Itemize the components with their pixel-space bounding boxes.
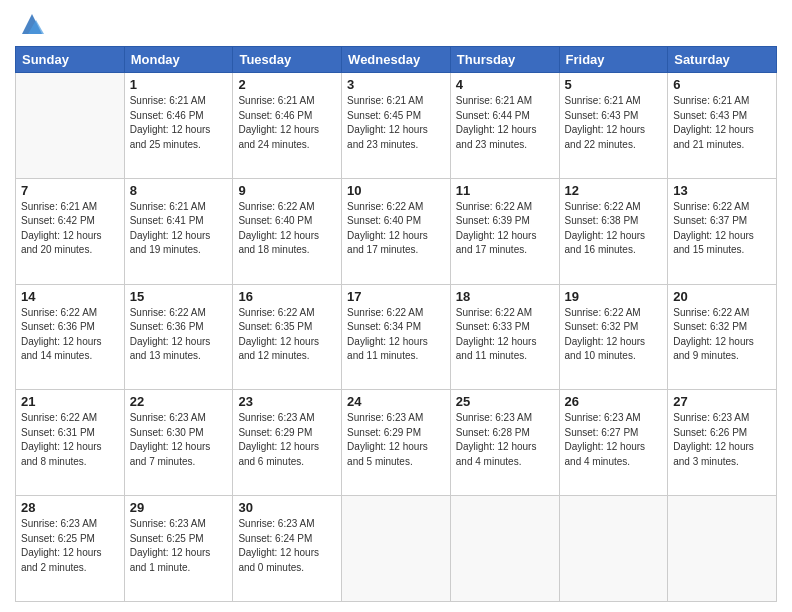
calendar-cell: 28Sunrise: 6:23 AM Sunset: 6:25 PM Dayli…	[16, 496, 125, 602]
day-number: 29	[130, 500, 228, 515]
calendar-cell: 22Sunrise: 6:23 AM Sunset: 6:30 PM Dayli…	[124, 390, 233, 496]
calendar-cell: 3Sunrise: 6:21 AM Sunset: 6:45 PM Daylig…	[342, 73, 451, 179]
day-number: 28	[21, 500, 119, 515]
calendar-cell	[16, 73, 125, 179]
calendar-cell: 8Sunrise: 6:21 AM Sunset: 6:41 PM Daylig…	[124, 178, 233, 284]
day-number: 15	[130, 289, 228, 304]
col-header-monday: Monday	[124, 47, 233, 73]
day-number: 1	[130, 77, 228, 92]
week-row-3: 14Sunrise: 6:22 AM Sunset: 6:36 PM Dayli…	[16, 284, 777, 390]
calendar-cell: 29Sunrise: 6:23 AM Sunset: 6:25 PM Dayli…	[124, 496, 233, 602]
logo	[15, 14, 46, 38]
calendar-cell: 18Sunrise: 6:22 AM Sunset: 6:33 PM Dayli…	[450, 284, 559, 390]
calendar-cell: 30Sunrise: 6:23 AM Sunset: 6:24 PM Dayli…	[233, 496, 342, 602]
calendar-cell	[342, 496, 451, 602]
day-info: Sunrise: 6:22 AM Sunset: 6:40 PM Dayligh…	[347, 200, 445, 258]
week-row-4: 21Sunrise: 6:22 AM Sunset: 6:31 PM Dayli…	[16, 390, 777, 496]
calendar-cell: 16Sunrise: 6:22 AM Sunset: 6:35 PM Dayli…	[233, 284, 342, 390]
day-number: 18	[456, 289, 554, 304]
day-info: Sunrise: 6:23 AM Sunset: 6:24 PM Dayligh…	[238, 517, 336, 575]
day-info: Sunrise: 6:21 AM Sunset: 6:45 PM Dayligh…	[347, 94, 445, 152]
day-number: 8	[130, 183, 228, 198]
day-number: 13	[673, 183, 771, 198]
logo-icon	[18, 10, 46, 38]
calendar-cell: 10Sunrise: 6:22 AM Sunset: 6:40 PM Dayli…	[342, 178, 451, 284]
calendar-cell	[450, 496, 559, 602]
col-header-friday: Friday	[559, 47, 668, 73]
day-info: Sunrise: 6:22 AM Sunset: 6:33 PM Dayligh…	[456, 306, 554, 364]
calendar-cell: 9Sunrise: 6:22 AM Sunset: 6:40 PM Daylig…	[233, 178, 342, 284]
day-number: 4	[456, 77, 554, 92]
calendar-cell: 24Sunrise: 6:23 AM Sunset: 6:29 PM Dayli…	[342, 390, 451, 496]
day-info: Sunrise: 6:21 AM Sunset: 6:43 PM Dayligh…	[673, 94, 771, 152]
week-row-2: 7Sunrise: 6:21 AM Sunset: 6:42 PM Daylig…	[16, 178, 777, 284]
day-number: 19	[565, 289, 663, 304]
day-info: Sunrise: 6:21 AM Sunset: 6:46 PM Dayligh…	[238, 94, 336, 152]
calendar-cell: 4Sunrise: 6:21 AM Sunset: 6:44 PM Daylig…	[450, 73, 559, 179]
day-info: Sunrise: 6:21 AM Sunset: 6:44 PM Dayligh…	[456, 94, 554, 152]
week-row-5: 28Sunrise: 6:23 AM Sunset: 6:25 PM Dayli…	[16, 496, 777, 602]
day-number: 23	[238, 394, 336, 409]
day-number: 27	[673, 394, 771, 409]
day-info: Sunrise: 6:23 AM Sunset: 6:29 PM Dayligh…	[238, 411, 336, 469]
col-header-thursday: Thursday	[450, 47, 559, 73]
calendar-cell	[559, 496, 668, 602]
calendar-cell: 6Sunrise: 6:21 AM Sunset: 6:43 PM Daylig…	[668, 73, 777, 179]
calendar-cell: 2Sunrise: 6:21 AM Sunset: 6:46 PM Daylig…	[233, 73, 342, 179]
calendar-cell: 12Sunrise: 6:22 AM Sunset: 6:38 PM Dayli…	[559, 178, 668, 284]
day-info: Sunrise: 6:22 AM Sunset: 6:39 PM Dayligh…	[456, 200, 554, 258]
day-number: 30	[238, 500, 336, 515]
day-info: Sunrise: 6:21 AM Sunset: 6:41 PM Dayligh…	[130, 200, 228, 258]
day-info: Sunrise: 6:21 AM Sunset: 6:42 PM Dayligh…	[21, 200, 119, 258]
calendar-cell: 25Sunrise: 6:23 AM Sunset: 6:28 PM Dayli…	[450, 390, 559, 496]
day-number: 6	[673, 77, 771, 92]
day-number: 21	[21, 394, 119, 409]
calendar-cell: 14Sunrise: 6:22 AM Sunset: 6:36 PM Dayli…	[16, 284, 125, 390]
day-number: 26	[565, 394, 663, 409]
calendar-cell: 15Sunrise: 6:22 AM Sunset: 6:36 PM Dayli…	[124, 284, 233, 390]
calendar-cell: 19Sunrise: 6:22 AM Sunset: 6:32 PM Dayli…	[559, 284, 668, 390]
day-number: 14	[21, 289, 119, 304]
day-number: 3	[347, 77, 445, 92]
day-info: Sunrise: 6:22 AM Sunset: 6:31 PM Dayligh…	[21, 411, 119, 469]
day-number: 10	[347, 183, 445, 198]
page: SundayMondayTuesdayWednesdayThursdayFrid…	[0, 0, 792, 612]
header	[15, 10, 777, 38]
day-info: Sunrise: 6:22 AM Sunset: 6:32 PM Dayligh…	[673, 306, 771, 364]
day-info: Sunrise: 6:23 AM Sunset: 6:27 PM Dayligh…	[565, 411, 663, 469]
day-info: Sunrise: 6:22 AM Sunset: 6:37 PM Dayligh…	[673, 200, 771, 258]
day-number: 24	[347, 394, 445, 409]
calendar-cell: 5Sunrise: 6:21 AM Sunset: 6:43 PM Daylig…	[559, 73, 668, 179]
calendar-cell: 13Sunrise: 6:22 AM Sunset: 6:37 PM Dayli…	[668, 178, 777, 284]
day-info: Sunrise: 6:23 AM Sunset: 6:25 PM Dayligh…	[21, 517, 119, 575]
col-header-wednesday: Wednesday	[342, 47, 451, 73]
day-info: Sunrise: 6:22 AM Sunset: 6:40 PM Dayligh…	[238, 200, 336, 258]
day-info: Sunrise: 6:23 AM Sunset: 6:25 PM Dayligh…	[130, 517, 228, 575]
calendar-cell	[668, 496, 777, 602]
day-info: Sunrise: 6:23 AM Sunset: 6:28 PM Dayligh…	[456, 411, 554, 469]
day-info: Sunrise: 6:21 AM Sunset: 6:46 PM Dayligh…	[130, 94, 228, 152]
day-info: Sunrise: 6:22 AM Sunset: 6:34 PM Dayligh…	[347, 306, 445, 364]
calendar-cell: 20Sunrise: 6:22 AM Sunset: 6:32 PM Dayli…	[668, 284, 777, 390]
calendar-cell: 26Sunrise: 6:23 AM Sunset: 6:27 PM Dayli…	[559, 390, 668, 496]
day-number: 12	[565, 183, 663, 198]
day-info: Sunrise: 6:22 AM Sunset: 6:35 PM Dayligh…	[238, 306, 336, 364]
header-row: SundayMondayTuesdayWednesdayThursdayFrid…	[16, 47, 777, 73]
calendar-cell: 21Sunrise: 6:22 AM Sunset: 6:31 PM Dayli…	[16, 390, 125, 496]
day-info: Sunrise: 6:21 AM Sunset: 6:43 PM Dayligh…	[565, 94, 663, 152]
calendar-cell: 17Sunrise: 6:22 AM Sunset: 6:34 PM Dayli…	[342, 284, 451, 390]
day-info: Sunrise: 6:23 AM Sunset: 6:30 PM Dayligh…	[130, 411, 228, 469]
day-number: 2	[238, 77, 336, 92]
day-number: 5	[565, 77, 663, 92]
calendar-cell: 7Sunrise: 6:21 AM Sunset: 6:42 PM Daylig…	[16, 178, 125, 284]
calendar-cell: 11Sunrise: 6:22 AM Sunset: 6:39 PM Dayli…	[450, 178, 559, 284]
col-header-saturday: Saturday	[668, 47, 777, 73]
day-number: 20	[673, 289, 771, 304]
calendar-cell: 27Sunrise: 6:23 AM Sunset: 6:26 PM Dayli…	[668, 390, 777, 496]
day-info: Sunrise: 6:22 AM Sunset: 6:32 PM Dayligh…	[565, 306, 663, 364]
day-number: 7	[21, 183, 119, 198]
day-number: 22	[130, 394, 228, 409]
day-number: 17	[347, 289, 445, 304]
day-info: Sunrise: 6:23 AM Sunset: 6:29 PM Dayligh…	[347, 411, 445, 469]
day-info: Sunrise: 6:22 AM Sunset: 6:36 PM Dayligh…	[21, 306, 119, 364]
